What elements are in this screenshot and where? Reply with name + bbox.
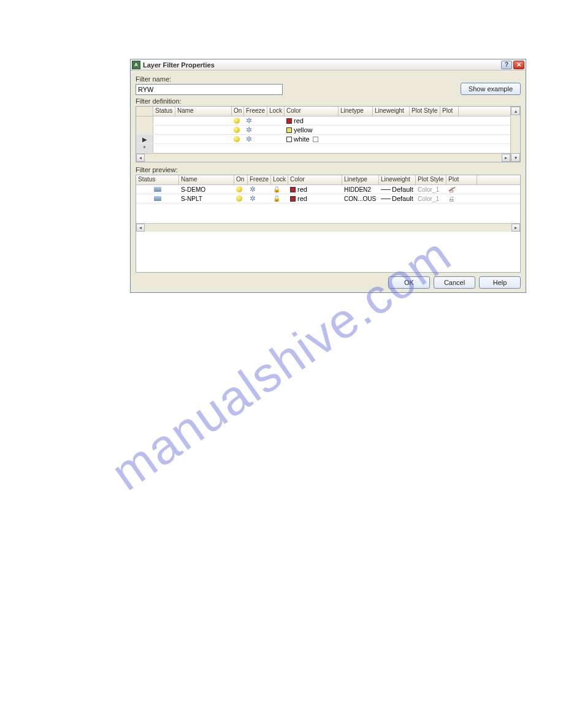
color-swatch xyxy=(290,196,296,202)
color-swatch xyxy=(286,127,292,133)
ok-button[interactable]: OK xyxy=(388,276,430,289)
scroll-right-icon[interactable]: ▸ xyxy=(502,154,510,162)
layer-icon xyxy=(154,187,161,192)
lock-icon xyxy=(273,186,279,192)
scroll-left-icon[interactable]: ◂ xyxy=(136,224,145,232)
freeze-icon xyxy=(250,195,256,202)
color-swatch xyxy=(286,137,292,142)
preview-row[interactable]: S-DEMO red HIDDEN2 Default Color_1 xyxy=(136,185,520,194)
show-example-button[interactable]: Show example xyxy=(461,83,521,95)
color-swatch xyxy=(290,187,296,192)
scroll-left-icon[interactable]: ◂ xyxy=(136,154,145,162)
lineweight-icon xyxy=(381,199,391,199)
scroll-right-icon[interactable]: ▸ xyxy=(511,224,520,232)
freeze-icon xyxy=(246,136,252,142)
no-plot-icon xyxy=(448,186,456,193)
bulb-icon xyxy=(236,195,242,202)
color-swatch xyxy=(286,118,292,124)
filter-preview-label: Filter preview: xyxy=(136,166,521,173)
filter-preview-grid[interactable]: Status Name On Freeze Lock Color Linetyp… xyxy=(136,175,521,273)
filter-name-label: Filter name: xyxy=(136,75,461,83)
definition-new-row[interactable]: * xyxy=(136,144,510,153)
freeze-icon xyxy=(250,186,256,192)
vertical-scrollbar[interactable]: ▴ ▾ xyxy=(510,107,520,162)
definition-row[interactable]: ▶ white xyxy=(136,135,510,144)
dialog-title: Layer Filter Properties xyxy=(143,61,500,69)
app-icon: A xyxy=(132,61,140,69)
preview-header: Status Name On Freeze Lock Color Linetyp… xyxy=(136,175,520,185)
scroll-down-icon[interactable]: ▾ xyxy=(511,153,520,162)
lock-icon xyxy=(273,195,279,202)
bulb-icon xyxy=(236,186,242,192)
close-button[interactable]: ✕ xyxy=(513,61,524,69)
layer-filter-dialog: A Layer Filter Properties ? ✕ Filter nam… xyxy=(130,59,526,293)
definition-row[interactable]: red xyxy=(136,116,510,126)
bulb-icon xyxy=(234,127,240,133)
definition-header: Status Name On Freeze Lock Color Linetyp… xyxy=(136,107,510,116)
horizontal-scrollbar[interactable]: ◂ ▸ xyxy=(136,153,510,162)
preview-row[interactable]: S-NPLT red CON...OUS Default Color_1 xyxy=(136,194,520,203)
freeze-icon xyxy=(246,118,252,124)
bulb-icon xyxy=(234,118,240,124)
scroll-up-icon[interactable]: ▴ xyxy=(511,107,520,115)
layer-icon xyxy=(154,196,161,201)
cancel-button[interactable]: Cancel xyxy=(434,276,475,289)
definition-row[interactable]: yellow xyxy=(136,126,510,135)
help-titlebar-button[interactable]: ? xyxy=(501,61,512,69)
bulb-icon xyxy=(234,136,240,142)
color-picker-icon[interactable] xyxy=(313,137,318,142)
filter-definition-grid[interactable]: Status Name On Freeze Lock Color Linetyp… xyxy=(136,106,521,162)
filter-definition-label: Filter definition: xyxy=(136,97,521,105)
filter-name-input[interactable] xyxy=(136,84,283,95)
help-button[interactable]: Help xyxy=(479,276,521,289)
lineweight-icon xyxy=(381,189,391,190)
freeze-icon xyxy=(246,127,252,133)
titlebar[interactable]: A Layer Filter Properties ? ✕ xyxy=(131,59,526,70)
horizontal-scrollbar[interactable]: ◂ ▸ xyxy=(136,223,520,232)
plot-icon xyxy=(448,195,456,202)
